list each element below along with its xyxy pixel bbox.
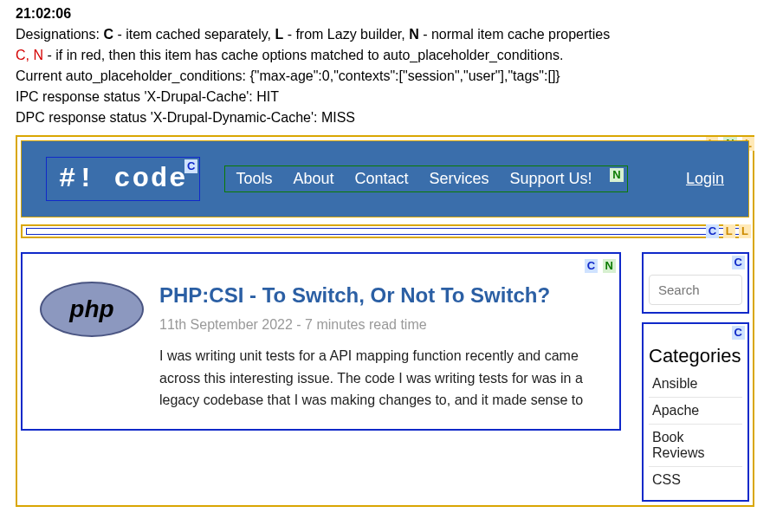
debug-info-block: 21:02:06 Designations: C - item cached s…	[16, 3, 754, 128]
nav-about[interactable]: About	[282, 166, 344, 191]
badge-normal-icon: N	[610, 168, 623, 182]
site-header: #! code C Tools About Contact Services S…	[21, 140, 749, 217]
sidebar: C C Categories Ansible Apache Book Revie…	[642, 252, 749, 502]
article: php PHP:CSI - To Switch, Or Not To Switc…	[40, 282, 602, 412]
nav-contact[interactable]: Contact	[345, 166, 419, 191]
logo-text: #! code	[59, 163, 187, 195]
category-item[interactable]: Ansible	[649, 371, 742, 398]
search-input[interactable]	[649, 275, 742, 305]
categories-title: Categories	[649, 345, 742, 367]
conditions-line: Current auto_placeholder_conditions: {"m…	[16, 66, 754, 87]
badge-cached-icon: C	[585, 259, 598, 273]
badge-normal-icon: N	[603, 259, 616, 273]
article-excerpt: I was writing unit tests for a API mappi…	[159, 345, 602, 412]
categories-block: C Categories Ansible Apache Book Reviews…	[642, 322, 749, 502]
article-title[interactable]: PHP:CSI - To Switch, Or Not To Switch?	[159, 282, 602, 308]
nav-support[interactable]: Support Us!	[500, 166, 603, 191]
article-body: PHP:CSI - To Switch, Or Not To Switch? 1…	[159, 282, 602, 412]
badge-cached-icon: C	[184, 159, 197, 173]
main-content: C N php PHP:CSI - To Switch, Or Not To S…	[21, 252, 749, 502]
category-item[interactable]: Apache	[649, 398, 742, 425]
badge-lazy-icon: L	[723, 224, 735, 238]
strip-bar	[26, 228, 744, 235]
timestamp: 21:02:06	[16, 3, 754, 24]
article-region: C N php PHP:CSI - To Switch, Or Not To S…	[21, 252, 621, 431]
badge-cached-icon: C	[706, 224, 719, 238]
category-item[interactable]: Book Reviews	[649, 425, 742, 467]
red-condition-line: C, N - if in red, then this item has cac…	[16, 45, 754, 66]
page-wrapper: L N L #! code C Tools About Contact Serv…	[16, 135, 754, 507]
badge-lazy-icon: L	[739, 224, 751, 238]
dpc-status: DPC response status 'X-Drupal-Dynamic-Ca…	[16, 107, 754, 128]
categories-list: Ansible Apache Book Reviews CSS	[649, 371, 742, 493]
category-item[interactable]: CSS	[649, 467, 742, 493]
site-logo[interactable]: #! code C	[46, 157, 200, 201]
badge-cached-icon: C	[732, 326, 745, 340]
login-link[interactable]: Login	[686, 170, 724, 188]
secondary-strip: C L L	[21, 224, 749, 238]
badge-cached-icon: C	[732, 256, 745, 269]
nav-tools[interactable]: Tools	[225, 166, 282, 191]
article-meta: 11th September 2022 - 7 minutes read tim…	[159, 317, 602, 333]
article-badges: C N	[584, 257, 616, 273]
strip-badges: C L L	[706, 223, 751, 238]
ipc-status: IPC response status 'X-Drupal-Cache': HI…	[16, 87, 754, 107]
main-nav: Tools About Contact Services Support Us!…	[224, 165, 627, 192]
nav-services[interactable]: Services	[419, 166, 500, 191]
php-logo-icon: php	[40, 282, 144, 337]
search-block: C	[642, 252, 749, 314]
designations-line: Designations: C - item cached separately…	[16, 24, 754, 45]
